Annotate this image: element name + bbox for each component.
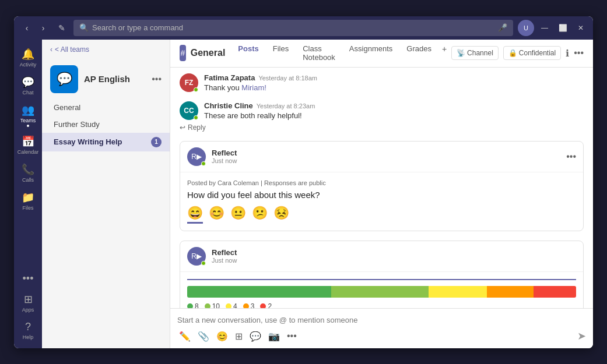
- close-button[interactable]: ✕: [574, 24, 587, 32]
- reflect-poll-menu[interactable]: •••: [566, 151, 576, 162]
- info-icon[interactable]: ℹ: [566, 48, 569, 59]
- confidential-label: Confidential: [519, 49, 556, 57]
- back-arrow: ‹: [50, 45, 52, 54]
- sidebar-item-help[interactable]: ? Help: [16, 317, 40, 344]
- attach-icon[interactable]: 📎: [196, 329, 211, 344]
- sidebar-item-files[interactable]: 📁 Files: [16, 188, 40, 214]
- team-icon-symbol: 💬: [57, 72, 72, 87]
- results-bar: [187, 286, 576, 298]
- search-bar[interactable]: 🔍 Search or type a command 🎤: [73, 20, 513, 36]
- results-name: Reflect: [212, 248, 237, 257]
- confidential-button[interactable]: 🔒 Confidential: [503, 46, 561, 60]
- apps-compose-icon[interactable]: ⊞: [233, 329, 244, 344]
- channel-icon: #: [180, 45, 186, 61]
- count-item-1: 10: [205, 302, 220, 308]
- emoji-option-2[interactable]: 😐: [230, 206, 246, 224]
- files-label: Files: [22, 205, 33, 211]
- add-tab-button[interactable]: +: [438, 40, 450, 70]
- avatar-initials-fatima: FZ: [185, 79, 194, 87]
- titlebar: ‹ › ✎ 🔍 Search or type a command 🎤 U — ⬜…: [14, 16, 593, 40]
- team-menu-button[interactable]: •••: [152, 74, 162, 84]
- messages-area[interactable]: FZ Fatima Zapata Yesterday at 8:18am Tha…: [170, 68, 593, 308]
- bar-segment-0: [187, 286, 331, 298]
- compose-input[interactable]: [177, 313, 586, 327]
- more-options-icon[interactable]: •••: [574, 48, 584, 58]
- minimize-button[interactable]: —: [538, 24, 552, 32]
- sidebar-item-teams[interactable]: 👥 Teams: [16, 100, 40, 130]
- online-indicator-fatima: [194, 87, 198, 92]
- channel-essay-label: Essay Writing Help: [54, 137, 122, 146]
- team-icon: 💬: [50, 65, 78, 93]
- sidebar-item-apps[interactable]: ⊞ Apps: [16, 289, 40, 316]
- maximize-button[interactable]: ⬜: [555, 24, 571, 32]
- channel-title: General: [191, 48, 226, 58]
- count-value-0: 8: [195, 302, 199, 308]
- message-thread-christie: CC Christie Cline Yesterday at 8:23am Th…: [180, 101, 584, 132]
- channel-item-further-study[interactable]: Further Study: [42, 116, 170, 133]
- back-button[interactable]: ‹: [20, 21, 34, 35]
- activity-icon: 🔔: [22, 48, 34, 61]
- message-time-fatima: Yesterday at 8:18am: [258, 75, 317, 82]
- help-label: Help: [23, 334, 34, 340]
- user-avatar[interactable]: U: [518, 20, 534, 36]
- app-window: ‹ › ✎ 🔍 Search or type a command 🎤 U — ⬜…: [14, 16, 593, 348]
- format-icon[interactable]: ✏️: [177, 329, 192, 344]
- count-dot-4: [260, 303, 266, 308]
- mic-icon[interactable]: 🎤: [498, 23, 507, 32]
- more-compose-icon[interactable]: •••: [285, 329, 299, 343]
- calendar-icon: 📅: [22, 135, 34, 148]
- tab-files[interactable]: Files: [266, 40, 296, 71]
- emoji-option-1[interactable]: 😊: [209, 206, 224, 224]
- sidebar-item-more[interactable]: •••: [16, 269, 40, 288]
- more-icon: •••: [23, 273, 34, 285]
- search-icon: 🔍: [79, 23, 89, 32]
- emoji-icon[interactable]: 😊: [215, 329, 230, 344]
- message-header-christie: Christie Cline Yesterday at 8:23am: [204, 101, 584, 110]
- edit-icon[interactable]: ✎: [55, 21, 69, 35]
- emoji-option-4[interactable]: 😣: [273, 206, 289, 224]
- reflect-poll-meta: Reflect Just now: [212, 149, 237, 164]
- confidential-icon: 🔒: [508, 49, 517, 57]
- back-to-teams[interactable]: ‹ < All teams: [42, 40, 170, 59]
- calls-icon: 📞: [22, 163, 34, 176]
- forward-button[interactable]: ›: [36, 21, 50, 35]
- sidebar-item-activity[interactable]: 🔔 Activity: [16, 44, 40, 71]
- tab-class-notebook[interactable]: Class Notebook: [296, 40, 342, 71]
- emoji-option-3[interactable]: 😕: [252, 206, 268, 224]
- channel-item-essay-writing[interactable]: Essay Writing Help 1: [42, 133, 170, 151]
- tab-assignments[interactable]: Assignments: [342, 40, 399, 71]
- sidebar-item-calendar[interactable]: 📅 Calendar: [16, 132, 40, 158]
- send-button[interactable]: ➤: [577, 330, 586, 342]
- count-dot-1: [205, 303, 210, 308]
- count-item-2: 4: [226, 302, 237, 308]
- titlebar-nav: ‹ ›: [20, 21, 50, 35]
- meeting-icon[interactable]: 💬: [248, 329, 263, 344]
- channel-icon-symbol: #: [180, 48, 185, 58]
- compose-area: ✏️ 📎 😊 ⊞ 💬 📷 ••• ➤: [170, 308, 593, 348]
- message-thread-fatima: FZ Fatima Zapata Yesterday at 8:18am Tha…: [180, 73, 584, 92]
- avatar-initials-christie: CC: [184, 107, 194, 115]
- reflect-poll-name: Reflect: [212, 149, 237, 157]
- channel-button[interactable]: 📡 Channel: [451, 46, 499, 60]
- camera-icon[interactable]: 📷: [266, 329, 282, 344]
- reflect-poll-header: R▶ Reflect Just now •••: [180, 142, 583, 172]
- mention-miriam[interactable]: Miriam!: [241, 83, 266, 92]
- results-avatar: R▶: [187, 247, 206, 266]
- online-indicator-results: [201, 261, 206, 266]
- avatar-christie: CC: [180, 101, 198, 120]
- bar-segment-2: [429, 286, 487, 298]
- reflect-question: How did you feel about this week?: [187, 190, 576, 200]
- channel-item-general[interactable]: General: [42, 99, 170, 116]
- teams-label: Teams: [20, 118, 36, 123]
- tab-posts[interactable]: Posts: [231, 40, 265, 71]
- apps-label: Apps: [22, 307, 34, 313]
- emoji-option-0[interactable]: 😄: [187, 206, 203, 224]
- sidebar-item-chat[interactable]: 💬 Chat: [16, 72, 40, 99]
- team-header: 💬 AP English •••: [42, 59, 170, 99]
- message-body-christie: Christie Cline Yesterday at 8:23am These…: [204, 101, 584, 120]
- sidebar-item-calls[interactable]: 📞 Calls: [16, 160, 40, 186]
- message-text-christie: These are both really helpful!: [204, 111, 584, 120]
- tab-grades[interactable]: Grades: [399, 40, 438, 71]
- apps-icon: ⊞: [24, 293, 33, 306]
- reply-button-christie[interactable]: ↩ Reply: [180, 123, 584, 132]
